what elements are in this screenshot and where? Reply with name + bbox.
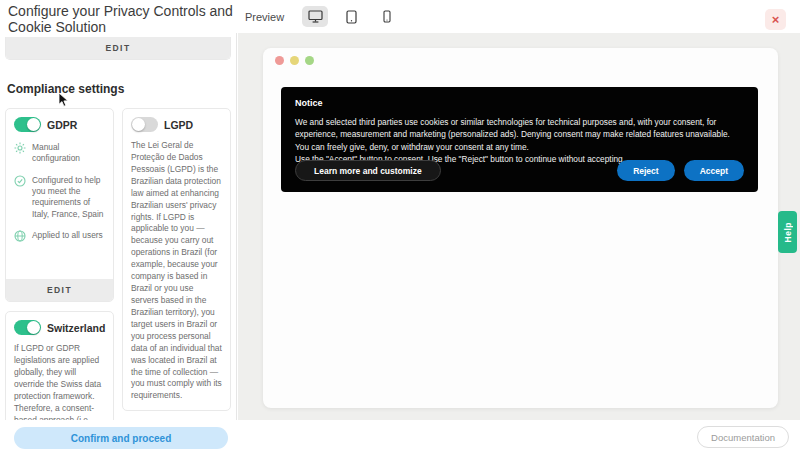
card-title: GDPR	[47, 119, 77, 131]
learn-more-button[interactable]: Learn more and customize	[295, 160, 441, 181]
gdpr-feature-row: Configured to help you meet the requirem…	[14, 175, 105, 220]
cookie-solution-configurator: Configure your Privacy Controls and Cook…	[0, 0, 800, 456]
sidebar: EDIT Compliance settings GDPR Manual con…	[0, 33, 237, 420]
card-title: LGPD	[164, 119, 193, 131]
banner-title: Notice	[295, 98, 744, 108]
card-description: If LGPD or GDPR legislations are applied…	[14, 343, 105, 420]
compliance-cards-grid: GDPR Manual configuration Configured to …	[5, 108, 231, 420]
cookie-notice-banner: Notice We and selected third parties use…	[281, 87, 758, 192]
card-description: The Lei Geral de Proteção de Dados Pesso…	[131, 140, 222, 402]
yellow-dot-icon	[290, 56, 299, 65]
card-switzerland: Switzerland If LGPD or GDPR legislations…	[5, 311, 114, 420]
cards-column-right: LGPD The Lei Geral de Proteção de Dados …	[122, 108, 231, 420]
gdpr-feature-text: Applied to all users	[32, 230, 103, 241]
lgpd-toggle[interactable]	[131, 117, 158, 132]
desktop-icon	[308, 10, 323, 23]
red-dot-icon	[275, 56, 284, 65]
tablet-preview-button[interactable]	[338, 6, 364, 27]
confirm-and-proceed-button[interactable]: Confirm and proceed	[14, 427, 228, 449]
browser-mockup: Notice We and selected third parties use…	[263, 48, 778, 408]
cards-column-left: GDPR Manual configuration Configured to …	[5, 108, 114, 420]
header: Configure your Privacy Controls and Cook…	[0, 0, 800, 33]
card-gdpr: GDPR Manual configuration Configured to …	[5, 108, 114, 302]
gdpr-feature-text: Manual configuration	[32, 142, 105, 165]
scrolled-card-remnant: EDIT	[5, 37, 231, 60]
card-title: Switzerland	[47, 322, 105, 334]
tablet-icon	[346, 10, 357, 24]
reject-button[interactable]: Reject	[617, 160, 675, 181]
gdpr-feature-text: Configured to help you meet the requirem…	[32, 175, 105, 220]
card-lgpd: LGPD The Lei Geral de Proteção de Dados …	[122, 108, 231, 411]
mobile-preview-button[interactable]	[374, 6, 400, 27]
card-gdpr-body: GDPR Manual configuration Configured to …	[6, 109, 113, 279]
gdpr-edit-button[interactable]: EDIT	[6, 279, 113, 301]
gear-icon	[14, 142, 26, 157]
documentation-button[interactable]: Documentation	[697, 426, 789, 448]
preview-device-switcher: Preview	[245, 0, 400, 33]
preview-label: Preview	[245, 11, 284, 23]
banner-actions: Learn more and customize Reject Accept	[295, 160, 744, 181]
edit-button-top[interactable]: EDIT	[6, 37, 230, 59]
shield-check-icon	[14, 175, 26, 190]
help-tab-label: Help	[783, 222, 793, 242]
green-dot-icon	[305, 56, 314, 65]
globe-icon	[14, 230, 26, 245]
help-tab[interactable]: Help	[778, 211, 797, 253]
footer: Confirm and proceed Documentation	[0, 420, 800, 456]
switzerland-toggle[interactable]	[14, 320, 41, 335]
banner-text-line: We and selected third parties use cookie…	[295, 116, 744, 141]
mobile-icon	[383, 10, 391, 23]
preview-pane: Notice We and selected third parties use…	[238, 33, 800, 420]
page-title: Configure your Privacy Controls and Cook…	[8, 3, 236, 35]
gdpr-feature-row: Applied to all users	[14, 230, 105, 245]
close-icon: ×	[772, 12, 780, 27]
desktop-preview-button[interactable]	[302, 6, 328, 27]
close-button[interactable]: ×	[765, 9, 786, 30]
card-switzerland-body: Switzerland If LGPD or GDPR legislations…	[6, 312, 113, 420]
browser-traffic-lights	[275, 56, 314, 65]
compliance-settings-title: Compliance settings	[7, 82, 229, 96]
gdpr-feature-row: Manual configuration	[14, 142, 105, 165]
card-lgpd-body: LGPD The Lei Geral de Proteção de Dados …	[123, 109, 230, 410]
accept-button[interactable]: Accept	[684, 160, 744, 181]
banner-text-line: You can freely give, deny, or withdraw y…	[295, 141, 744, 153]
gdpr-toggle[interactable]	[14, 117, 41, 132]
